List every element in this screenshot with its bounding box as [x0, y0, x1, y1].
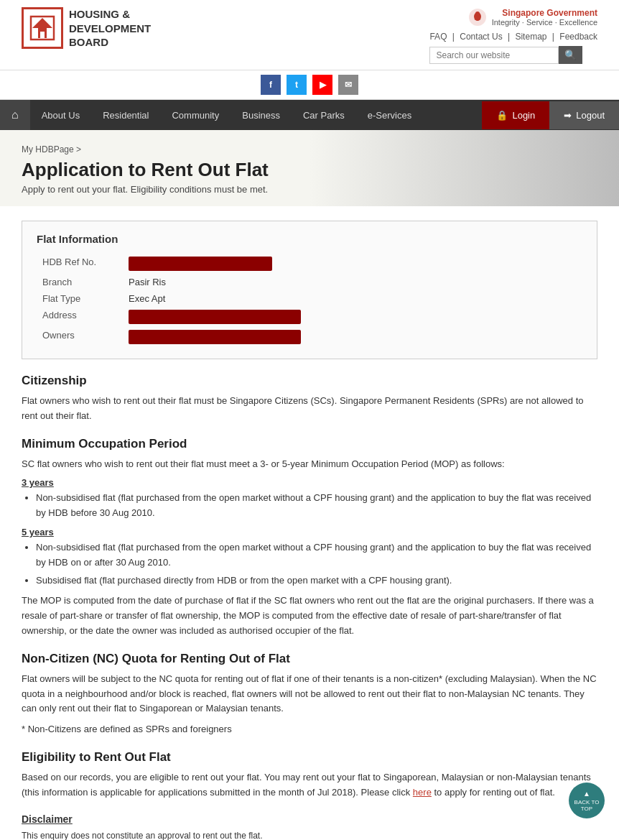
- nav-car-parks[interactable]: Car Parks: [292, 101, 356, 129]
- eligibility-heading: Eligibility to Rent Out Flat: [22, 750, 597, 765]
- contact-link[interactable]: Contact Us: [460, 32, 502, 42]
- hdb-ref-label: HDB Ref No.: [37, 254, 123, 274]
- svg-marker-1: [32, 18, 52, 28]
- lock-icon: 🔒: [496, 110, 508, 121]
- address-value: [123, 307, 582, 327]
- nav-home-button[interactable]: ⌂: [0, 100, 30, 130]
- nc-quota-body: Flat owners will be subject to the NC qu…: [22, 672, 597, 716]
- eligibility-body-post: to apply for renting out of flat.: [432, 787, 555, 798]
- table-row: Address: [37, 307, 582, 327]
- header-right: Singapore Government Integrity · Service…: [429, 7, 597, 64]
- table-row: Branch Pasir Ris: [37, 274, 582, 290]
- nc-quota-footnote: * Non-Citizens are defined as SPRs and f…: [22, 722, 597, 737]
- page-subtitle: Apply to rent out your flat. Eligibility…: [22, 184, 597, 195]
- search-input[interactable]: [429, 47, 559, 64]
- mop-heading: Minimum Occupation Period: [22, 437, 597, 451]
- facebook-icon[interactable]: f: [261, 75, 281, 95]
- svg-rect-3: [40, 32, 45, 38]
- flat-type-label: Flat Type: [37, 290, 123, 307]
- nav-residential[interactable]: Residential: [91, 101, 160, 129]
- citizenship-body: Flat owners who wish to rent out their f…: [22, 394, 597, 424]
- three-years-label: 3 years: [22, 477, 597, 488]
- sitemap-link[interactable]: Sitemap: [515, 32, 546, 42]
- citizenship-section: Citizenship Flat owners who wish to rent…: [22, 374, 597, 424]
- disclaimer-heading: Disclaimer: [22, 813, 597, 825]
- five-years-list: Non-subsidised flat (flat purchased from…: [36, 540, 597, 588]
- logout-button[interactable]: ➡ Logout: [549, 101, 619, 129]
- logo-icon: [22, 7, 63, 49]
- three-years-list: Non-subsidised flat (flat purchased from…: [36, 491, 597, 521]
- logout-icon: ➡: [564, 110, 572, 121]
- owners-value: [123, 327, 582, 347]
- page-title: Application to Rent Out Flat: [22, 159, 597, 181]
- flat-info-box: Flat Information HDB Ref No. Branch Pasi…: [22, 221, 597, 359]
- main-content: Flat Information HDB Ref No. Branch Pasi…: [0, 206, 619, 840]
- hdb-ref-value: [123, 254, 582, 274]
- search-button[interactable]: 🔍: [559, 46, 582, 64]
- header-links: FAQ | Contact Us | Sitemap | Feedback: [429, 32, 597, 42]
- search-bar: 🔍: [429, 46, 597, 64]
- header: HOUSING & DEVELOPMENT BOARD Singapore Go…: [0, 0, 619, 70]
- five-years-label: 5 years: [22, 527, 597, 537]
- nav-about-us[interactable]: About Us: [30, 101, 91, 129]
- nc-quota-heading: Non-Citizen (NC) Quota for Renting Out o…: [22, 652, 597, 666]
- disclaimer-section: Disclaimer This enquiry does not constit…: [22, 813, 597, 840]
- breadcrumb-parent-link[interactable]: My HDBPage: [22, 144, 74, 154]
- branch-value: Pasir Ris: [123, 274, 582, 290]
- mop-note: The MOP is computed from the date of pur…: [22, 594, 597, 638]
- nav-community[interactable]: Community: [160, 101, 231, 129]
- table-row: Flat Type Exec Apt: [37, 290, 582, 307]
- youtube-icon[interactable]: ▶: [312, 75, 332, 95]
- social-row: f t ▶ ✉: [0, 70, 619, 100]
- back-to-top-label: BACK TO TOP: [569, 799, 605, 812]
- sg-lion-icon: [467, 7, 488, 27]
- flat-type-value: Exec Apt: [123, 290, 582, 307]
- mop-section: Minimum Occupation Period SC flat owners…: [22, 437, 597, 639]
- mail-icon[interactable]: ✉: [338, 75, 358, 95]
- eligibility-section: Eligibility to Rent Out Flat Based on ou…: [22, 750, 597, 800]
- faq-link[interactable]: FAQ: [429, 32, 447, 42]
- here-link[interactable]: here: [413, 787, 432, 798]
- nav-business[interactable]: Business: [231, 101, 292, 129]
- feedback-header-link[interactable]: Feedback: [559, 32, 597, 42]
- sg-gov: Singapore Government Integrity · Service…: [429, 7, 597, 27]
- navbar: ⌂ About Us Residential Community Busines…: [0, 100, 619, 130]
- svg-point-6: [475, 11, 480, 16]
- breadcrumb: My HDBPage >: [22, 144, 597, 154]
- logo-area: HOUSING & DEVELOPMENT BOARD: [22, 7, 151, 50]
- flat-info-table: HDB Ref No. Branch Pasir Ris Flat Type E…: [37, 254, 582, 347]
- branch-label: Branch: [37, 274, 123, 290]
- flat-info-heading: Flat Information: [37, 233, 582, 245]
- list-item: Non-subsidised flat (flat purchased from…: [36, 540, 597, 571]
- owners-label: Owners: [37, 327, 123, 347]
- disclaimer-line1: This enquiry does not constitute an appr…: [22, 829, 597, 840]
- list-item: Subsidised flat (flat purchased directly…: [36, 573, 597, 589]
- login-button[interactable]: 🔒 Login: [482, 101, 549, 129]
- table-row: Owners: [37, 327, 582, 347]
- back-to-top-button[interactable]: ▲ BACK TO TOP: [569, 783, 605, 818]
- list-item: Non-subsidised flat (flat purchased from…: [36, 491, 597, 521]
- table-row: HDB Ref No.: [37, 254, 582, 274]
- address-label: Address: [37, 307, 123, 327]
- citizenship-heading: Citizenship: [22, 374, 597, 388]
- nc-quota-section: Non-Citizen (NC) Quota for Renting Out o…: [22, 652, 597, 737]
- banner: My HDBPage > Application to Rent Out Fla…: [0, 130, 619, 206]
- eligibility-body: Based on our records, you are eligible t…: [22, 770, 597, 800]
- mop-intro: SC flat owners who wish to rent out thei…: [22, 457, 597, 472]
- nav-eservices[interactable]: e-Services: [356, 101, 423, 129]
- chevron-up-icon: ▲: [583, 790, 590, 798]
- twitter-icon[interactable]: t: [287, 75, 307, 95]
- logo-text: HOUSING & DEVELOPMENT BOARD: [69, 7, 151, 50]
